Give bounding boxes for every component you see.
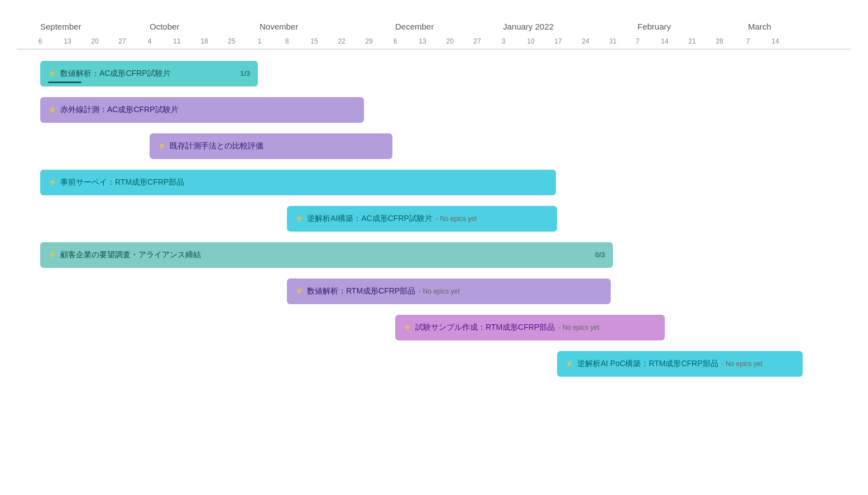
week-cell: 7 — [744, 37, 752, 45]
week-cell: 27 — [118, 37, 127, 45]
week-cell: 15 — [310, 37, 319, 45]
week-cell: 14 — [660, 37, 669, 45]
bar-row: ⚡事前サーベイ：RTM成形CFRP部品 — [17, 164, 851, 200]
bar-label: 逆解析AI PoC構築：RTM成形CFRP部品 — [577, 359, 718, 369]
bar-label: 試験サンプル作成：RTM成形CFRP部品 — [415, 323, 555, 333]
week-cell: 6 — [36, 37, 45, 45]
week-cell: 22 — [337, 37, 346, 45]
bar-label: 既存計測手法との比較評価 — [170, 141, 263, 151]
bars-section: ⚡数値解析：AC成形CFRP試験片1/3⚡赤外線計測：AC成形CFRP試験片⚡既… — [17, 55, 851, 382]
gantt-bar-bar6[interactable]: ⚡顧客企業の要望調査・アライアンス締結0/3 — [40, 242, 613, 268]
bar-label: 数値解析：AC成形CFRP試験片 — [60, 69, 171, 79]
week-cell: 3 — [499, 37, 508, 45]
gantt-bar-bar3[interactable]: ⚡既存計測手法との比較評価 — [150, 133, 392, 159]
bar-label: 顧客企業の要望調査・アライアンス締結 — [60, 250, 201, 260]
gantt-bar-bar4[interactable]: ⚡事前サーベイ：RTM成形CFRP部品 — [40, 170, 556, 195]
gantt-chart: SeptemberOctoberNovemberDecemberJanuary … — [0, 0, 868, 495]
week-cell: 21 — [688, 37, 697, 45]
gantt-bar-bar5[interactable]: ⚡逆解析AI構築：AC成形CFRP試験片- No epics yet — [287, 206, 557, 232]
bar-icon: ⚡ — [403, 323, 412, 331]
week-cell: 1 — [255, 37, 264, 45]
bar-badge: 0/3 — [584, 251, 605, 259]
week-cell: 13 — [63, 37, 72, 45]
bar-icon: ⚡ — [565, 359, 574, 368]
bar-label: 事前サーベイ：RTM成形CFRP部品 — [60, 177, 184, 188]
bar-sub-label: - No epics yet — [419, 287, 459, 295]
bar-row: ⚡既存計測手法との比較評価 — [17, 128, 851, 164]
week-cell: 8 — [282, 37, 291, 45]
week-cell: 6 — [391, 37, 400, 45]
gantt-bar-bar9[interactable]: ⚡逆解析AI PoC構築：RTM成形CFRP部品- No epics yet — [557, 351, 803, 377]
bar-sub-label: - No epics yet — [436, 215, 477, 223]
week-cell: 10 — [526, 37, 535, 45]
gantt-header: SeptemberOctoberNovemberDecemberJanuary … — [17, 11, 851, 50]
month-label-september: September — [40, 22, 81, 31]
bar-icon: ⚡ — [295, 214, 304, 223]
month-label-november: November — [260, 22, 298, 31]
week-cell: 13 — [418, 37, 427, 45]
bar-row: ⚡逆解析AI PoC構築：RTM成形CFRP部品- No epics yet — [17, 345, 851, 382]
week-cell: 31 — [608, 37, 617, 45]
week-cell: 4 — [145, 37, 154, 45]
month-label-march: March — [748, 22, 771, 31]
month-label-february: February — [637, 22, 671, 31]
gantt-bar-bar1[interactable]: ⚡数値解析：AC成形CFRP試験片1/3 — [40, 61, 258, 86]
bar-icon: ⚡ — [48, 69, 57, 78]
month-label-january-2022: January 2022 — [503, 22, 554, 31]
gantt-bar-bar8[interactable]: ⚡試験サンプル作成：RTM成形CFRP部品- No epics yet — [395, 315, 665, 340]
week-cell: 7 — [633, 37, 642, 45]
month-row: SeptemberOctoberNovemberDecemberJanuary … — [17, 11, 851, 33]
bar-icon: ⚡ — [295, 287, 304, 295]
bar-row: ⚡数値解析：RTM成形CFRP部品- No epics yet — [17, 273, 851, 309]
bar-icon: ⚡ — [48, 251, 57, 259]
week-cell: 24 — [581, 37, 590, 45]
week-cell: 14 — [771, 37, 780, 45]
bar-row: ⚡試験サンプル作成：RTM成形CFRP部品- No epics yet — [17, 309, 851, 345]
bar-badge: 1/3 — [229, 69, 250, 78]
gantt-bar-bar2[interactable]: ⚡赤外線計測：AC成形CFRP試験片 — [40, 97, 364, 123]
bar-label: 数値解析：RTM成形CFRP部品 — [307, 286, 415, 296]
bar-icon: ⚡ — [157, 142, 166, 150]
bar-progress — [48, 81, 81, 83]
week-cell: 11 — [172, 37, 181, 45]
gantt-bar-bar7[interactable]: ⚡数値解析：RTM成形CFRP部品- No epics yet — [287, 278, 611, 304]
bar-row: ⚡逆解析AI構築：AC成形CFRP試験片- No epics yet — [17, 200, 851, 237]
bar-icon: ⚡ — [48, 105, 57, 114]
week-row: 6132027411182518152229613202731017243171… — [17, 33, 851, 49]
week-cell: 20 — [445, 37, 454, 45]
month-label-october: October — [150, 22, 179, 31]
bar-row: ⚡赤外線計測：AC成形CFRP試験片 — [17, 92, 851, 128]
month-label-december: December — [395, 22, 434, 31]
week-cell: 25 — [227, 37, 236, 45]
week-cell: 27 — [473, 37, 482, 45]
week-cell: 28 — [715, 37, 724, 45]
bar-label: 逆解析AI構築：AC成形CFRP試験片 — [307, 214, 433, 224]
bar-row: ⚡数値解析：AC成形CFRP試験片1/3 — [17, 55, 851, 92]
week-cell: 17 — [554, 37, 563, 45]
week-cell: 29 — [365, 37, 373, 45]
bar-row: ⚡顧客企業の要望調査・アライアンス締結0/3 — [17, 237, 851, 273]
bar-sub-label: - No epics yet — [722, 360, 763, 368]
bar-sub-label: - No epics yet — [558, 324, 599, 331]
bar-label: 赤外線計測：AC成形CFRP試験片 — [60, 105, 179, 115]
week-cell: 18 — [200, 37, 209, 45]
week-cell: 20 — [90, 37, 99, 45]
bar-icon: ⚡ — [48, 178, 57, 186]
